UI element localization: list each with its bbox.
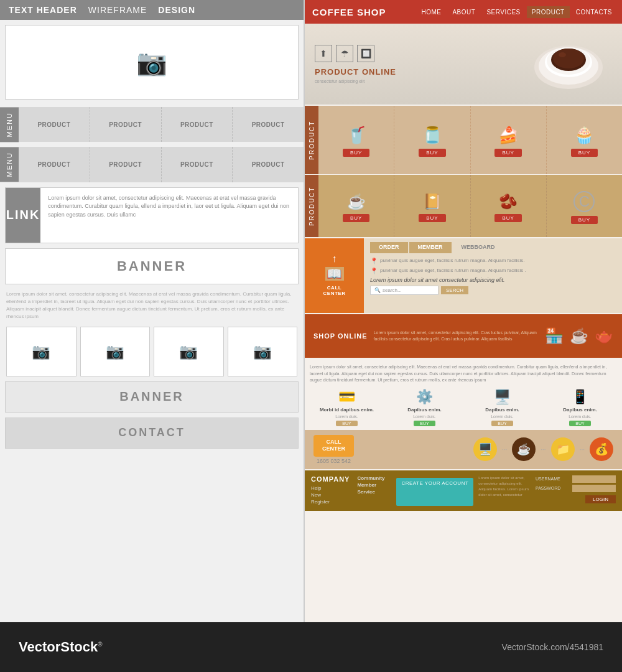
arrow-up-icon: ↑ xyxy=(332,253,337,264)
nav-home[interactable]: HOME xyxy=(416,6,446,18)
menu-product-2-1[interactable]: PRODUCT xyxy=(19,147,90,182)
menu-product-2-2[interactable]: PRODUCT xyxy=(90,147,162,182)
buy-btn-2-2[interactable]: BUY xyxy=(419,214,445,222)
username-input[interactable] xyxy=(572,475,616,483)
username-label: USERNAME xyxy=(536,477,570,481)
banner-2[interactable]: BANNER xyxy=(5,381,299,413)
left-header: TEXT HEADER WIREFRAME DESIGN xyxy=(0,0,304,20)
camera-icon: 📷 xyxy=(136,48,167,77)
nav-contacts[interactable]: CONTACTS xyxy=(571,6,617,18)
community-label: Community xyxy=(357,475,391,481)
login-button[interactable]: LOGIN xyxy=(585,495,616,503)
footer-logo: VectorStock® xyxy=(19,639,103,655)
nav-about[interactable]: ABOUT xyxy=(447,6,480,18)
card-buy-2[interactable]: BUY xyxy=(414,421,435,426)
link-new[interactable]: New xyxy=(311,492,347,498)
hero-coffee-image xyxy=(531,30,612,98)
nav-product[interactable]: PRODUCT xyxy=(527,6,570,18)
buy-btn-1-3[interactable]: BUY xyxy=(494,149,521,157)
password-input[interactable] xyxy=(572,485,616,492)
cards-row: 💳 Morbi id dapibus enim. Lorem duis. BUY… xyxy=(310,389,617,426)
menu-product-2-4[interactable]: PRODUCT xyxy=(233,147,304,182)
banner-1[interactable]: BANNER xyxy=(5,248,299,284)
tab-webboard[interactable]: WEBBOARD xyxy=(453,242,504,253)
card-sub-4: Lorem duis. xyxy=(569,414,592,419)
shop-online-section: SHOP ONLINE Lorem ipsum dolor sit amet, … xyxy=(305,314,622,358)
call-center-badge: CALLCENTER xyxy=(320,283,350,298)
wireframe-label: WIREFRAME xyxy=(88,5,147,15)
card-buy-1[interactable]: BUY xyxy=(336,421,357,426)
cards-text: Lorem ipsum dolor sit amet, consectetur … xyxy=(310,364,617,384)
camera-icon-3: 📷 xyxy=(179,343,198,360)
product-item-2-4: C BUY xyxy=(547,175,622,237)
card-1: 💳 Morbi id dapibus enim. Lorem duis. BUY xyxy=(310,389,384,426)
menu-label-2: MENU xyxy=(0,147,19,182)
contact-box[interactable]: CONTACT xyxy=(5,418,299,449)
username-row: USERNAME xyxy=(536,475,616,483)
orange-banner: ↑ 📖 CALLCENTER xyxy=(305,238,364,313)
product-items-grid-2: ☕ BUY 📔 BUY 🫘 BUY C BUY xyxy=(318,175,622,237)
create-account-btn[interactable]: CREATE YOUR ACCOUNT xyxy=(396,478,473,506)
member-label: Member xyxy=(357,482,391,488)
camera-icon-2: 📷 xyxy=(106,343,124,360)
menu-product-1-2[interactable]: PRODUCT xyxy=(90,107,162,142)
search-button[interactable]: SERCH xyxy=(441,286,468,294)
card-icon-monitor: 🖥️ xyxy=(494,389,511,405)
product-item-1-1: 🥤 BUY xyxy=(318,106,394,174)
call-strip: CALLCENTER 1605 032 542 🖥️ ··· ☕ ··· 📁 ·… xyxy=(305,430,622,469)
menu-product-1-4[interactable]: PRODUCT xyxy=(233,107,304,142)
camera-icon-4: 📷 xyxy=(253,343,272,360)
phone-number: 1605 032 542 xyxy=(317,458,351,464)
menu-products-1: PRODUCT PRODUCT PRODUCT PRODUCT xyxy=(19,107,304,142)
product-row-2: PRODUCT ☕ BUY 📔 BUY 🫘 BUY C BUY xyxy=(305,175,622,237)
shop-text: Lorem ipsum dolor sit amet, consectetur … xyxy=(374,330,539,342)
product-item-2-1: ☕ BUY xyxy=(318,175,394,237)
footer-url: VectorStock.com/4541981 xyxy=(502,642,603,652)
card-buy-3[interactable]: BUY xyxy=(491,421,513,426)
link-section: LINK Lorem ipsum dolor sit amet, consect… xyxy=(5,187,299,243)
product-item-2-3: 🫘 BUY xyxy=(471,175,547,237)
link-help[interactable]: Help xyxy=(311,485,347,491)
search-placeholder: search... xyxy=(383,287,402,293)
card-4: 📱 Dapibus enim. Lorem duis. BUY xyxy=(543,389,617,426)
menu-product-1-3[interactable]: PRODUCT xyxy=(162,107,233,142)
buy-btn-1-1[interactable]: BUY xyxy=(343,149,369,157)
product-icon-cup: 🥤 xyxy=(346,126,366,145)
link-label[interactable]: LINK xyxy=(6,188,40,243)
buy-btn-1-2[interactable]: BUY xyxy=(419,149,445,157)
menu-product-2-3[interactable]: PRODUCT xyxy=(162,147,233,182)
buy-btn-2-4[interactable]: BUY xyxy=(571,216,598,224)
menu-label-1: MENU xyxy=(0,107,19,142)
company-small-text: Lorem ipsum dolor sit amet, consectetur … xyxy=(478,475,531,498)
link-text: Lorem ipsum dolor sit amet, consectetur … xyxy=(40,188,298,243)
tab-line-1: 📍 pulvinar quis augue eget, facilisis ru… xyxy=(370,257,616,264)
product-item-1-2: 🫙 BUY xyxy=(394,106,470,174)
call-icon-money: 💰 xyxy=(590,437,613,461)
left-header-title: TEXT HEADER xyxy=(9,5,77,15)
buy-btn-2-1[interactable]: BUY xyxy=(343,214,369,222)
nav-services[interactable]: SERVICES xyxy=(481,6,525,18)
camera-icon-1: 📷 xyxy=(32,343,50,360)
menu-product-1-1[interactable]: PRODUCT xyxy=(19,107,90,142)
search-input[interactable]: 🔍 search... xyxy=(370,286,439,295)
hero-image-placeholder: 📷 xyxy=(5,25,299,100)
link-register[interactable]: Register xyxy=(311,499,347,505)
buy-btn-1-4[interactable]: BUY xyxy=(571,149,598,157)
right-panel: COFFEE SHOP HOME ABOUT SERVICES PRODUCT … xyxy=(305,0,622,622)
hero-icons: ⬆ ☂ 🔲 xyxy=(315,45,531,62)
product-side-label-1: PRODUCT xyxy=(305,106,318,174)
tab-order[interactable]: ORDER xyxy=(370,242,408,253)
left-panel: TEXT HEADER WIREFRAME DESIGN 📷 MENU PROD… xyxy=(0,0,305,622)
buy-btn-2-3[interactable]: BUY xyxy=(494,214,521,222)
tab-member[interactable]: MEMBER xyxy=(409,242,452,253)
hero-icon-1: ⬆ xyxy=(315,45,332,62)
card-title-4: Dapibus enim. xyxy=(563,407,597,413)
product-item-2-2: 📔 BUY xyxy=(394,175,470,237)
product2-icon-circle: C xyxy=(573,191,595,212)
coffee-nav: COFFEE SHOP HOME ABOUT SERVICES PRODUCT … xyxy=(305,0,622,24)
hero-section: ⬆ ☂ 🔲 PRODUCT ONLINE consectetur adipisc… xyxy=(305,24,622,105)
design-label: DESIGN xyxy=(158,5,195,15)
pin-icon-1: 📍 xyxy=(370,258,378,264)
card-buy-4[interactable]: BUY xyxy=(569,421,590,426)
product-side-label-2: PRODUCT xyxy=(305,175,318,237)
